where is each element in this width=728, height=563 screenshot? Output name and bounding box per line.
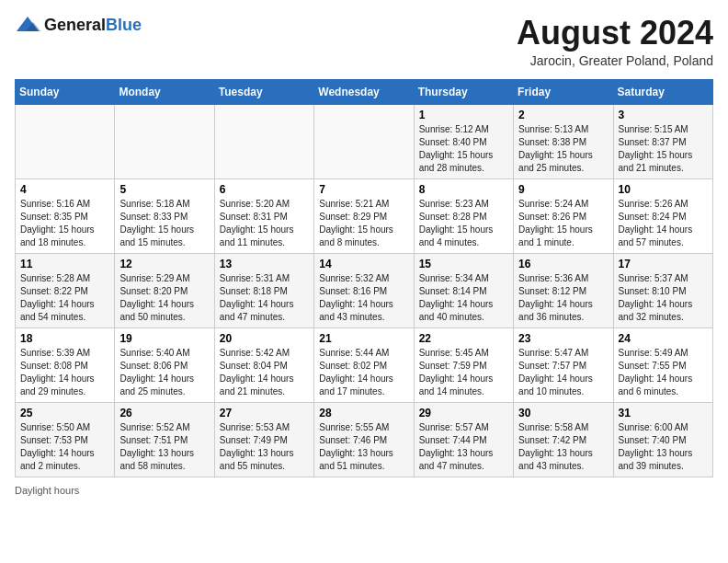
calendar-cell: 21Sunrise: 5:44 AM Sunset: 8:02 PM Dayli…	[314, 327, 414, 402]
calendar-cell: 16Sunrise: 5:36 AM Sunset: 8:12 PM Dayli…	[514, 253, 613, 327]
day-info: Sunrise: 5:24 AM Sunset: 8:26 PM Dayligh…	[518, 198, 608, 249]
day-info: Sunrise: 5:39 AM Sunset: 8:08 PM Dayligh…	[20, 347, 109, 398]
day-info: Sunrise: 5:52 AM Sunset: 7:51 PM Dayligh…	[119, 421, 209, 473]
day-info: Sunrise: 5:57 AM Sunset: 7:44 PM Dayligh…	[419, 421, 508, 473]
calendar-cell	[16, 104, 115, 178]
calendar-week-row: 1Sunrise: 5:12 AM Sunset: 8:40 PM Daylig…	[16, 104, 713, 178]
day-info: Sunrise: 5:15 AM Sunset: 8:37 PM Dayligh…	[619, 123, 708, 175]
day-of-week-header: Monday	[115, 79, 214, 104]
calendar-cell: 13Sunrise: 5:31 AM Sunset: 8:18 PM Dayli…	[214, 253, 313, 327]
day-info: Sunrise: 5:50 AM Sunset: 7:53 PM Dayligh…	[20, 421, 109, 473]
calendar-cell	[314, 104, 414, 178]
day-info: Sunrise: 5:13 AM Sunset: 8:38 PM Dayligh…	[518, 123, 608, 175]
day-number: 13	[220, 258, 309, 270]
day-number: 12	[119, 258, 209, 270]
calendar-cell	[115, 104, 214, 178]
day-number: 28	[319, 407, 408, 419]
day-info: Sunrise: 6:00 AM Sunset: 7:40 PM Dayligh…	[619, 421, 708, 473]
day-number: 26	[119, 407, 209, 419]
day-info: Sunrise: 5:26 AM Sunset: 8:24 PM Dayligh…	[619, 198, 708, 249]
subtitle: Jarocin, Greater Poland, Poland	[517, 53, 713, 68]
calendar-week-row: 11Sunrise: 5:28 AM Sunset: 8:22 PM Dayli…	[16, 253, 713, 327]
day-number: 27	[220, 407, 309, 419]
calendar-week-row: 4Sunrise: 5:16 AM Sunset: 8:35 PM Daylig…	[16, 178, 713, 253]
header: GeneralBlue August 2024 Jarocin, Greater…	[15, 15, 713, 68]
day-info: Sunrise: 5:32 AM Sunset: 8:16 PM Dayligh…	[319, 272, 408, 324]
calendar-cell: 4Sunrise: 5:16 AM Sunset: 8:35 PM Daylig…	[16, 178, 115, 253]
logo-text-general: General	[44, 16, 106, 34]
calendar-cell: 18Sunrise: 5:39 AM Sunset: 8:08 PM Dayli…	[16, 327, 115, 402]
day-number: 14	[319, 258, 408, 270]
day-info: Sunrise: 5:16 AM Sunset: 8:35 PM Dayligh…	[20, 198, 109, 249]
day-number: 9	[518, 183, 608, 196]
day-info: Sunrise: 5:23 AM Sunset: 8:28 PM Dayligh…	[419, 198, 508, 249]
day-info: Sunrise: 5:34 AM Sunset: 8:14 PM Dayligh…	[419, 272, 508, 324]
calendar-cell: 8Sunrise: 5:23 AM Sunset: 8:28 PM Daylig…	[414, 178, 513, 253]
footer-note: Daylight hours	[15, 485, 713, 496]
day-number: 17	[619, 258, 708, 270]
calendar-cell: 30Sunrise: 5:58 AM Sunset: 7:42 PM Dayli…	[514, 402, 613, 477]
calendar-cell: 5Sunrise: 5:18 AM Sunset: 8:33 PM Daylig…	[115, 178, 214, 253]
calendar-cell: 25Sunrise: 5:50 AM Sunset: 7:53 PM Dayli…	[16, 402, 115, 477]
calendar-cell: 7Sunrise: 5:21 AM Sunset: 8:29 PM Daylig…	[314, 178, 414, 253]
day-info: Sunrise: 5:55 AM Sunset: 7:46 PM Dayligh…	[319, 421, 408, 473]
title-area: August 2024 Jarocin, Greater Poland, Pol…	[517, 15, 713, 68]
day-of-week-header: Tuesday	[214, 79, 313, 104]
day-info: Sunrise: 5:44 AM Sunset: 8:02 PM Dayligh…	[319, 347, 408, 398]
day-info: Sunrise: 5:36 AM Sunset: 8:12 PM Dayligh…	[518, 272, 608, 324]
day-number: 25	[20, 407, 109, 419]
calendar-cell: 6Sunrise: 5:20 AM Sunset: 8:31 PM Daylig…	[214, 178, 313, 253]
day-info: Sunrise: 5:12 AM Sunset: 8:40 PM Dayligh…	[419, 123, 508, 175]
day-info: Sunrise: 5:47 AM Sunset: 7:57 PM Dayligh…	[518, 347, 608, 398]
calendar-week-row: 18Sunrise: 5:39 AM Sunset: 8:08 PM Dayli…	[16, 327, 713, 402]
calendar-cell: 9Sunrise: 5:24 AM Sunset: 8:26 PM Daylig…	[514, 178, 613, 253]
calendar-cell: 26Sunrise: 5:52 AM Sunset: 7:51 PM Dayli…	[115, 402, 214, 477]
day-number: 3	[619, 109, 708, 121]
day-info: Sunrise: 5:42 AM Sunset: 8:04 PM Dayligh…	[220, 347, 309, 398]
calendar-cell: 22Sunrise: 5:45 AM Sunset: 7:59 PM Dayli…	[414, 327, 513, 402]
day-info: Sunrise: 5:29 AM Sunset: 8:20 PM Dayligh…	[119, 272, 209, 324]
day-number: 8	[419, 183, 508, 196]
day-number: 30	[518, 407, 608, 419]
calendar-cell: 11Sunrise: 5:28 AM Sunset: 8:22 PM Dayli…	[16, 253, 115, 327]
main-title: August 2024	[517, 15, 713, 52]
day-of-week-header: Saturday	[613, 79, 712, 104]
day-number: 10	[619, 183, 708, 196]
day-info: Sunrise: 5:49 AM Sunset: 7:55 PM Dayligh…	[619, 347, 708, 398]
day-number: 20	[220, 332, 309, 345]
day-of-week-header: Wednesday	[314, 79, 414, 104]
calendar-cell: 14Sunrise: 5:32 AM Sunset: 8:16 PM Dayli…	[314, 253, 414, 327]
day-number: 11	[20, 258, 109, 270]
day-number: 18	[20, 332, 109, 345]
calendar-cell: 28Sunrise: 5:55 AM Sunset: 7:46 PM Dayli…	[314, 402, 414, 477]
calendar-cell: 24Sunrise: 5:49 AM Sunset: 7:55 PM Dayli…	[613, 327, 712, 402]
calendar-header: SundayMondayTuesdayWednesdayThursdayFrid…	[16, 79, 713, 104]
calendar-cell: 3Sunrise: 5:15 AM Sunset: 8:37 PM Daylig…	[613, 104, 712, 178]
day-of-week-header: Sunday	[16, 79, 115, 104]
day-info: Sunrise: 5:20 AM Sunset: 8:31 PM Dayligh…	[220, 198, 309, 249]
calendar-cell: 12Sunrise: 5:29 AM Sunset: 8:20 PM Dayli…	[115, 253, 214, 327]
day-number: 16	[518, 258, 608, 270]
day-info: Sunrise: 5:28 AM Sunset: 8:22 PM Dayligh…	[20, 272, 109, 324]
calendar-cell: 20Sunrise: 5:42 AM Sunset: 8:04 PM Dayli…	[214, 327, 313, 402]
day-info: Sunrise: 5:40 AM Sunset: 8:06 PM Dayligh…	[119, 347, 209, 398]
calendar-cell: 19Sunrise: 5:40 AM Sunset: 8:06 PM Dayli…	[115, 327, 214, 402]
day-info: Sunrise: 5:45 AM Sunset: 7:59 PM Dayligh…	[419, 347, 508, 398]
day-number: 19	[119, 332, 209, 345]
calendar-cell: 29Sunrise: 5:57 AM Sunset: 7:44 PM Dayli…	[414, 402, 513, 477]
day-info: Sunrise: 5:58 AM Sunset: 7:42 PM Dayligh…	[518, 421, 608, 473]
day-info: Sunrise: 5:53 AM Sunset: 7:49 PM Dayligh…	[220, 421, 309, 473]
calendar-cell: 1Sunrise: 5:12 AM Sunset: 8:40 PM Daylig…	[414, 104, 513, 178]
calendar-cell	[214, 104, 313, 178]
logo-icon	[15, 15, 40, 35]
day-number: 21	[319, 332, 408, 345]
day-number: 22	[419, 332, 508, 345]
calendar-cell: 31Sunrise: 6:00 AM Sunset: 7:40 PM Dayli…	[613, 402, 712, 477]
logo-text-blue: Blue	[106, 16, 142, 34]
calendar-table: SundayMondayTuesdayWednesdayThursdayFrid…	[15, 79, 713, 477]
day-info: Sunrise: 5:37 AM Sunset: 8:10 PM Dayligh…	[619, 272, 708, 324]
day-number: 5	[119, 183, 209, 196]
calendar-cell: 2Sunrise: 5:13 AM Sunset: 8:38 PM Daylig…	[514, 104, 613, 178]
day-number: 31	[619, 407, 708, 419]
day-number: 4	[20, 183, 109, 196]
